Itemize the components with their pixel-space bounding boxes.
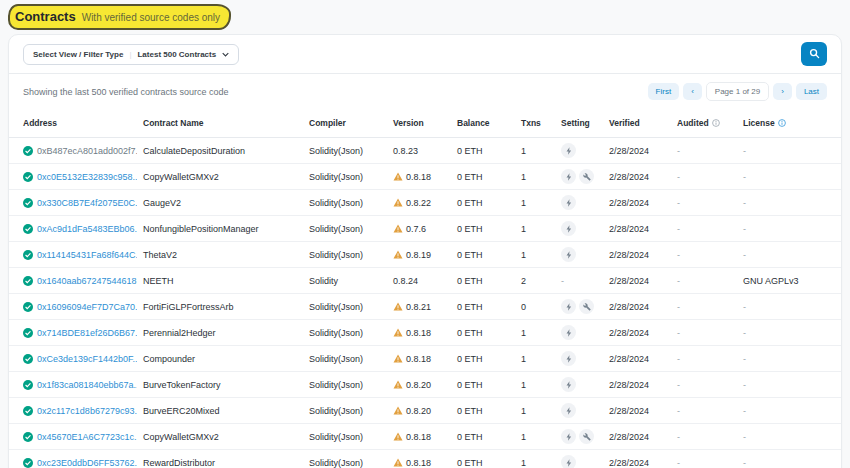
verified-date: 2/28/2024 <box>603 268 671 294</box>
table-row: 0x2c117c1d8b67279c93... BurveERC20Mixed … <box>9 398 841 424</box>
address-link[interactable]: 0x1640aab67247544618... <box>37 276 137 286</box>
card-toolbar: Select View / Filter Type | Latest 500 C… <box>9 35 841 73</box>
warning-icon <box>393 432 403 441</box>
license: - <box>737 216 841 242</box>
license: - <box>737 346 841 372</box>
address-link[interactable]: 0x45670E1A6C7723c1c... <box>37 432 137 442</box>
version: 0.8.20 <box>406 406 431 416</box>
table-row: 0xCe3de139cF1442b0F... Compounder Solidi… <box>9 346 841 372</box>
pagination: First ‹ Page 1 of 29 › Last <box>648 82 827 101</box>
license: GNU AGPLv3 <box>737 268 841 294</box>
version: 0.7.6 <box>406 224 426 234</box>
setting <box>555 450 603 468</box>
balance: 0 ETH <box>451 424 515 450</box>
col-header-license: License <box>737 109 841 138</box>
warning-icon <box>393 172 403 181</box>
flash-icon <box>561 403 576 418</box>
flash-icon <box>561 247 576 262</box>
flash-icon <box>561 325 576 340</box>
contract-name: FortiFiGLPFortressArb <box>143 302 234 312</box>
version: 0.8.18 <box>406 458 431 468</box>
address-link[interactable]: 0xc0E5132E32839c958... <box>37 172 137 182</box>
search-button[interactable] <box>801 42 827 66</box>
verified-date: 2/28/2024 <box>603 216 671 242</box>
audited: - <box>671 138 737 164</box>
address-link[interactable]: 0x714BDE81ef26D6B67... <box>37 328 137 338</box>
compiler: Solidity(Json) <box>309 380 363 390</box>
verified-check-icon <box>23 172 33 182</box>
wrench-icon <box>579 429 594 444</box>
address-link[interactable]: 0x1f83ca081840ebb67a... <box>37 380 137 390</box>
txns: 1 <box>515 216 555 242</box>
contract-name: CopyWalletGMXv2 <box>143 432 219 442</box>
contracts-table: Address Contract Name Compiler Version B… <box>9 109 841 468</box>
contract-name: BurveERC20Mixed <box>143 406 220 416</box>
card-subheader: Showing the last 500 verified contracts … <box>9 74 841 109</box>
audited: - <box>671 268 737 294</box>
audited: - <box>671 164 737 190</box>
chevron-down-icon <box>222 50 229 59</box>
audited: - <box>671 320 737 346</box>
address-link[interactable]: 0x2c117c1d8b67279c93... <box>37 406 137 416</box>
verified-date: 2/28/2024 <box>603 320 671 346</box>
compiler: Solidity(Json) <box>309 406 363 416</box>
contract-name: GaugeV2 <box>143 198 181 208</box>
table-row: 0xB487ecA801add002f7... CalculateDeposit… <box>9 138 841 164</box>
filter-separator: | <box>129 50 131 59</box>
audited-info-icon[interactable] <box>712 119 720 127</box>
version: 0.8.18 <box>406 328 431 338</box>
setting <box>555 216 603 242</box>
pagination-first-button[interactable]: First <box>648 83 680 100</box>
address-link[interactable]: 0x16096094eF7D7Ca70... <box>37 302 137 312</box>
txns: 1 <box>515 190 555 216</box>
pagination-next-button[interactable]: › <box>773 83 792 100</box>
license: - <box>737 294 841 320</box>
txns: 1 <box>515 320 555 346</box>
table-row: 0x16096094eF7D7Ca70... FortiFiGLPFortres… <box>9 294 841 320</box>
pagination-last-button[interactable]: Last <box>796 83 827 100</box>
setting <box>555 320 603 346</box>
contract-name: BurveTokenFactory <box>143 380 221 390</box>
compiler: Solidity <box>309 276 338 286</box>
address-link[interactable]: 0xCe3de139cF1442b0F... <box>37 354 137 364</box>
contracts-table-body: 0xB487ecA801add002f7... CalculateDeposit… <box>9 138 841 468</box>
setting <box>555 138 603 164</box>
table-row: 0x330C8B7E4f2075E0C... GaugeV2 Solidity(… <box>9 190 841 216</box>
filter-type-button[interactable]: Select View / Filter Type | Latest 500 C… <box>23 44 239 65</box>
txns: 1 <box>515 138 555 164</box>
license: - <box>737 450 841 468</box>
verified-check-icon <box>23 380 33 390</box>
pagination-indicator: Page 1 of 29 <box>706 82 769 101</box>
verified-date: 2/28/2024 <box>603 294 671 320</box>
audited: - <box>671 398 737 424</box>
address-link[interactable]: 0xB487ecA801add002f7... <box>37 146 137 156</box>
address-link[interactable]: 0xc23E0ddbD6FF53762... <box>37 458 137 468</box>
audited: - <box>671 190 737 216</box>
highlight-annotation: Contracts With verified source codes onl… <box>8 4 231 30</box>
col-header-setting: Setting <box>555 109 603 138</box>
address-link[interactable]: 0xAc9d1dFa5483EBb06... <box>37 224 137 234</box>
table-row: 0xAc9d1dFa5483EBb06... NonfungiblePositi… <box>9 216 841 242</box>
address-link[interactable]: 0x330C8B7E4f2075E0C... <box>37 198 137 208</box>
license: - <box>737 320 841 346</box>
col-header-name: Contract Name <box>137 109 303 138</box>
page-subtitle: With verified source codes only <box>82 12 220 23</box>
verified-date: 2/28/2024 <box>603 242 671 268</box>
table-row: 0x114145431Fa68f644C... ThetaV2 Solidity… <box>9 242 841 268</box>
page-title: Contracts <box>15 9 76 24</box>
pagination-prev-button[interactable]: ‹ <box>683 83 702 100</box>
address-link[interactable]: 0x114145431Fa68f644C... <box>37 250 137 260</box>
page-header: Contracts With verified source codes onl… <box>0 0 850 34</box>
warning-icon <box>393 198 403 207</box>
setting <box>555 164 603 190</box>
table-row: 0x1640aab67247544618... NEETH Solidity 0… <box>9 268 841 294</box>
compiler: Solidity(Json) <box>309 458 363 468</box>
contract-name: NEETH <box>143 276 174 286</box>
license-info-icon[interactable] <box>778 119 786 127</box>
setting <box>555 242 603 268</box>
verified-date: 2/28/2024 <box>603 138 671 164</box>
setting <box>555 398 603 424</box>
balance: 0 ETH <box>451 372 515 398</box>
contract-name: RewardDistributor <box>143 458 215 468</box>
balance: 0 ETH <box>451 242 515 268</box>
